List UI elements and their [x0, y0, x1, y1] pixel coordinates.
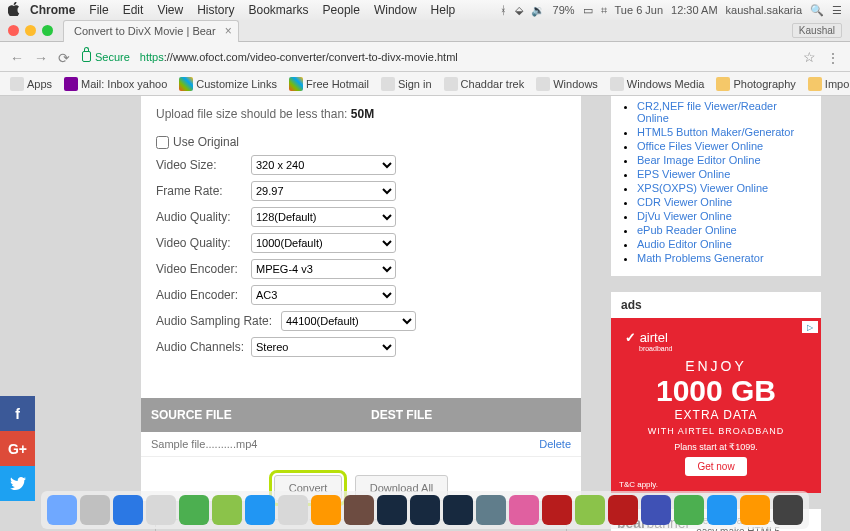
video-size-select[interactable]: 320 x 240 — [251, 155, 396, 175]
apple-icon[interactable] — [8, 2, 22, 19]
ad-cta-button[interactable]: Get now — [685, 457, 746, 476]
dock-app-1[interactable] — [80, 495, 110, 525]
audio-quality-select[interactable]: 128(Default) — [251, 207, 396, 227]
bm-customize[interactable]: Customize Links — [179, 77, 277, 91]
dock-app-20[interactable] — [707, 495, 737, 525]
dock-app-14[interactable] — [509, 495, 539, 525]
battery-icon[interactable]: ▭ — [583, 4, 593, 17]
use-original-label: Use Original — [173, 135, 268, 149]
forward-button[interactable]: → — [34, 50, 48, 64]
dock-app-5[interactable] — [212, 495, 242, 525]
dock-app-12[interactable] — [443, 495, 473, 525]
dock-app-8[interactable] — [311, 495, 341, 525]
channels-select[interactable]: Stereo — [251, 337, 396, 357]
window-close-button[interactable] — [8, 25, 19, 36]
bm-signin[interactable]: Sign in — [381, 77, 432, 91]
dock-app-4[interactable] — [179, 495, 209, 525]
sidebar-link-1[interactable]: HTML5 Button Maker/Generator — [637, 126, 794, 138]
sidebar-link-8[interactable]: ePub Reader Online — [637, 224, 737, 236]
sampling-select[interactable]: 44100(Default) — [281, 311, 416, 331]
dock-app-10[interactable] — [377, 495, 407, 525]
dock-app-22[interactable] — [773, 495, 803, 525]
menu-edit[interactable]: Edit — [123, 3, 144, 17]
bm-wmedia[interactable]: Windows Media — [610, 77, 705, 91]
dock-app-6[interactable] — [245, 495, 275, 525]
bookmark-star-icon[interactable]: ☆ — [803, 49, 816, 65]
url-field[interactable]: https://www.ofoct.com/video-converter/co… — [140, 51, 793, 63]
ads-heading: ads — [611, 292, 821, 318]
adchoices-icon[interactable]: ▷ — [802, 321, 818, 333]
delete-link[interactable]: Delete — [539, 438, 571, 450]
sidebar-link-3[interactable]: Bear Image Editor Online — [637, 154, 761, 166]
frame-rate-select[interactable]: 29.97 — [251, 181, 396, 201]
sidebar-link-0[interactable]: CR2,NEF file Viewer/Reader Online — [637, 100, 777, 124]
use-original-checkbox[interactable] — [156, 136, 169, 149]
tab-close-icon[interactable]: × — [225, 24, 232, 38]
bm-apps[interactable]: Apps — [10, 77, 52, 91]
ad-headline: 1000 GB — [611, 374, 821, 408]
speaker-icon[interactable]: 🔉 — [531, 4, 545, 17]
sidebar-link-10[interactable]: Math Problems Generator — [637, 252, 764, 264]
dock-app-13[interactable] — [476, 495, 506, 525]
googleplus-share-button[interactable]: G+ — [0, 431, 35, 466]
dock-app-7[interactable] — [278, 495, 308, 525]
video-quality-select[interactable]: 1000(Default) — [251, 233, 396, 253]
window-minimize-button[interactable] — [25, 25, 36, 36]
hotmail-icon — [289, 77, 303, 91]
search-icon[interactable]: 🔍 — [810, 4, 824, 17]
audio-encoder-select[interactable]: AC3 — [251, 285, 396, 305]
dock-app-17[interactable] — [608, 495, 638, 525]
menu-people[interactable]: People — [323, 3, 360, 17]
video-quality-label: Video Quality: — [156, 236, 251, 250]
folder-icon — [808, 77, 822, 91]
video-size-label: Video Size: — [156, 158, 251, 172]
sidebar-link-7[interactable]: DjVu Viewer Online — [637, 210, 732, 222]
dock-app-0[interactable] — [47, 495, 77, 525]
bm-chaddar[interactable]: Chaddar trek — [444, 77, 525, 91]
sidebar-link-6[interactable]: CDR Viewer Online — [637, 196, 732, 208]
sidebar-link-4[interactable]: EPS Viewer Online — [637, 168, 730, 180]
menu-bookmarks[interactable]: Bookmarks — [249, 3, 309, 17]
sidebar-link-9[interactable]: Audio Editor Online — [637, 238, 732, 250]
dock-app-19[interactable] — [674, 495, 704, 525]
menu-icon[interactable]: ⋮ — [826, 50, 840, 64]
reload-button[interactable]: ⟳ — [58, 50, 72, 64]
dock-app-15[interactable] — [542, 495, 572, 525]
browser-tab[interactable]: Convert to DivX Movie | Bear × — [63, 20, 239, 42]
menu-app[interactable]: Chrome — [30, 3, 75, 17]
hash-icon[interactable]: ⌗ — [601, 4, 607, 17]
dock-app-3[interactable] — [146, 495, 176, 525]
window-zoom-button[interactable] — [42, 25, 53, 36]
menu-view[interactable]: View — [157, 3, 183, 17]
menubar-user[interactable]: kaushal.sakaria — [726, 4, 802, 16]
bluetooth-icon[interactable]: ᚼ — [500, 4, 507, 16]
back-button[interactable]: ← — [10, 50, 24, 64]
video-encoder-select[interactable]: MPEG-4 v3 — [251, 259, 396, 279]
secure-indicator[interactable]: Secure — [82, 51, 130, 63]
sidebar-link-2[interactable]: Office Files Viewer Online — [637, 140, 763, 152]
ad-plans: Plans start at ₹1099. — [611, 442, 821, 452]
ad-banner[interactable]: ▷ ✓ airtelbroadband ENJOY 1000 GB EXTRA … — [611, 318, 821, 493]
dock-app-2[interactable] — [113, 495, 143, 525]
bm-windows[interactable]: Windows — [536, 77, 598, 91]
menu-history[interactable]: History — [197, 3, 234, 17]
bm-ie[interactable]: Imported From IE — [808, 77, 850, 91]
bm-hotmail[interactable]: Free Hotmail — [289, 77, 369, 91]
menu-file[interactable]: File — [89, 3, 108, 17]
facebook-share-button[interactable]: f — [0, 396, 35, 431]
wifi-icon[interactable]: ⬙ — [515, 4, 523, 17]
profile-badge[interactable]: Kaushal — [792, 23, 842, 38]
sidebar-link-5[interactable]: XPS(OXPS) Viewer Online — [637, 182, 768, 194]
bm-mail[interactable]: Mail: Inbox yahoo — [64, 77, 167, 91]
dock-app-21[interactable] — [740, 495, 770, 525]
dock-app-9[interactable] — [344, 495, 374, 525]
menubar-date[interactable]: Tue 6 Jun — [615, 4, 664, 16]
dock-app-16[interactable] — [575, 495, 605, 525]
menu-window[interactable]: Window — [374, 3, 417, 17]
dock-app-18[interactable] — [641, 495, 671, 525]
dock-app-11[interactable] — [410, 495, 440, 525]
lock-icon — [82, 51, 91, 62]
menu-help[interactable]: Help — [431, 3, 456, 17]
bm-photo[interactable]: Photography — [716, 77, 795, 91]
menu-extra-icon[interactable]: ☰ — [832, 4, 842, 17]
